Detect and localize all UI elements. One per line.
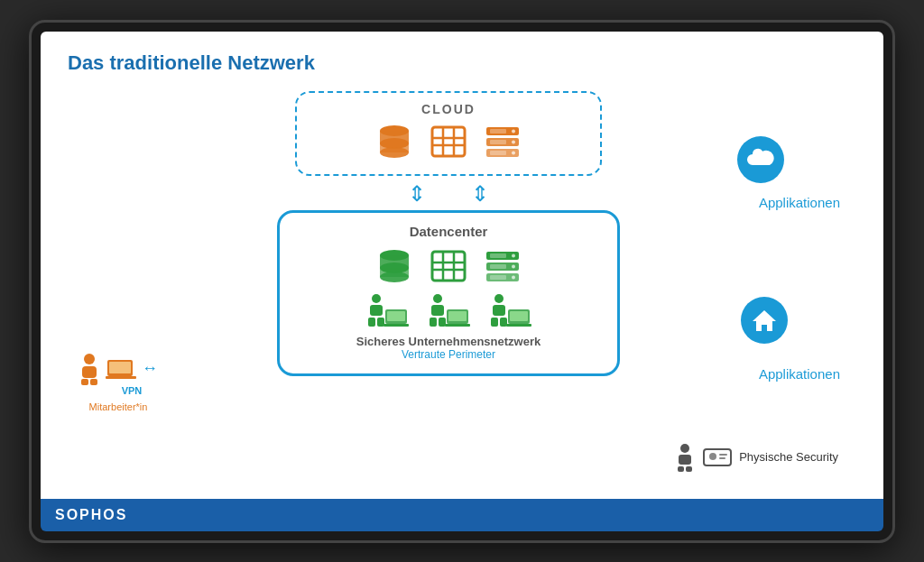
monitor: Das traditionelle Netzwerk CLOUD	[29, 20, 895, 543]
svg-point-52	[494, 294, 504, 303]
physische-security-container: Physische Security	[674, 443, 838, 472]
svg-marker-59	[753, 310, 776, 331]
datacenter-label: Datencenter	[410, 224, 488, 239]
cloud-box: CLOUD	[295, 91, 602, 176]
datacenter-people-row	[364, 293, 533, 329]
svg-rect-24	[432, 252, 465, 281]
vpn-row: ↔	[77, 353, 160, 385]
applikationen-dc-container: Applikationen	[759, 366, 840, 382]
svg-rect-63	[90, 379, 97, 385]
table-icon-2	[429, 246, 468, 286]
svg-point-15	[512, 151, 515, 154]
vpn-label: VPN	[122, 385, 143, 396]
svg-rect-17	[490, 140, 506, 144]
svg-rect-58	[506, 324, 531, 327]
slide: Das traditionelle Netzwerk CLOUD	[41, 32, 883, 499]
svg-point-67	[680, 444, 689, 453]
svg-rect-46	[431, 305, 444, 316]
svg-point-13	[512, 129, 515, 133]
cloud-label: CLOUD	[421, 102, 476, 116]
bottom-labels: Sicheres Unternehmensnetzwerk Vertraute …	[356, 335, 541, 361]
slide-title: Das traditionelle Netzwerk	[68, 51, 856, 75]
svg-rect-54	[491, 318, 498, 327]
svg-rect-50	[448, 311, 467, 321]
home-icon	[751, 307, 778, 334]
mitarbeiter-person-icon	[77, 353, 102, 385]
cloud-circle	[737, 136, 784, 183]
mitarbeiter-label: Mitarbeiter*in	[89, 401, 148, 412]
svg-rect-51	[445, 324, 470, 327]
svg-rect-39	[370, 305, 383, 316]
slide-content: Das traditionelle Netzwerk CLOUD	[41, 32, 883, 499]
applikationen-cloud: Applikationen	[759, 195, 840, 210]
svg-point-34	[512, 275, 515, 279]
svg-rect-66	[106, 376, 136, 379]
svg-rect-65	[109, 362, 131, 373]
cloud-icons-row	[374, 122, 522, 161]
cloud-icon	[745, 147, 776, 172]
home-circle	[741, 297, 788, 344]
svg-point-32	[512, 253, 515, 257]
svg-rect-74	[719, 457, 725, 459]
svg-rect-41	[377, 318, 384, 327]
svg-rect-71	[704, 449, 731, 465]
svg-rect-18	[490, 151, 506, 155]
sicheres-label: Sicheres Unternehmensnetzwerk	[356, 335, 541, 348]
svg-rect-53	[493, 305, 505, 316]
id-card-icon	[703, 447, 732, 468]
perimeter-label: Vertraute Perimeter	[402, 348, 495, 361]
database-icon-1	[374, 122, 414, 161]
svg-rect-48	[439, 318, 446, 327]
footer-bar: SOPHOS	[41, 499, 883, 531]
svg-rect-35	[490, 253, 506, 258]
svg-rect-55	[500, 318, 507, 327]
svg-rect-43	[387, 311, 405, 321]
svg-rect-73	[719, 454, 727, 456]
svg-rect-44	[383, 324, 409, 327]
applikationen-cloud-container: Applikationen	[759, 195, 840, 211]
arrow-left: ⇕	[408, 181, 426, 207]
svg-rect-70	[686, 466, 692, 472]
svg-rect-57	[510, 311, 528, 321]
security-person-icon	[674, 443, 696, 472]
applikationen-dc: Applikationen	[759, 366, 840, 382]
svg-rect-68	[679, 455, 691, 465]
svg-point-23	[380, 272, 409, 282]
vpn-arrow: ↔	[142, 359, 158, 378]
arrow-right: ⇕	[471, 181, 489, 207]
person-laptop-3	[486, 293, 533, 329]
svg-point-45	[433, 294, 442, 303]
svg-rect-5	[432, 127, 465, 156]
datacenter-box: Datencenter	[277, 210, 620, 376]
svg-rect-47	[430, 318, 437, 327]
database-icon-2	[374, 246, 414, 286]
home-circle-container	[741, 297, 788, 344]
person-laptop-2	[425, 293, 472, 329]
svg-rect-16	[490, 129, 506, 134]
double-arrows: ⇕ ⇕	[408, 181, 489, 207]
svg-rect-62	[81, 379, 88, 385]
svg-rect-61	[82, 366, 97, 378]
svg-point-38	[372, 294, 381, 303]
svg-point-33	[512, 264, 515, 268]
table-icon-1	[429, 122, 468, 161]
svg-rect-40	[368, 318, 375, 327]
svg-rect-69	[678, 466, 684, 472]
svg-point-60	[84, 354, 95, 364]
physische-security-text: Physische Security	[739, 450, 838, 464]
svg-rect-36	[490, 264, 506, 269]
svg-point-4	[380, 147, 409, 158]
svg-point-14	[512, 140, 515, 143]
left-vpn: ↔ VPN Mitarbeiter*in	[77, 353, 160, 412]
datacenter-icons-row	[374, 246, 522, 286]
laptop-orange-icon	[106, 356, 136, 382]
svg-rect-37	[490, 275, 506, 280]
person-laptop-1	[364, 293, 411, 329]
diagram: CLOUD	[68, 91, 856, 376]
sophos-logo: SOPHOS	[55, 507, 127, 523]
server-icon-2	[483, 246, 522, 286]
cloud-circle-container	[737, 136, 784, 183]
svg-point-72	[709, 453, 716, 460]
server-icon-1	[483, 122, 522, 161]
